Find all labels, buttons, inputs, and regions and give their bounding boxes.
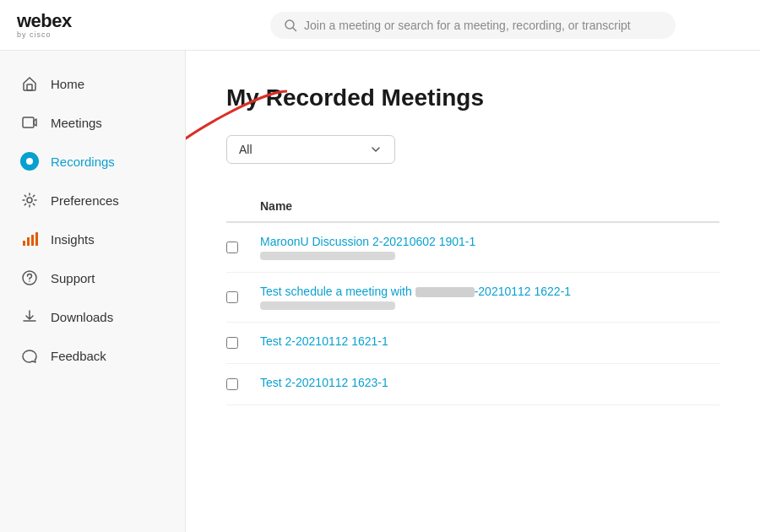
svg-rect-3 [23, 117, 34, 128]
table-row: Test 2-20210112 1623-1 [226, 364, 719, 405]
filter-selected: All [239, 143, 252, 156]
sidebar-item-meetings[interactable]: Meetings [0, 103, 185, 142]
sidebar-label-insights: Insights [51, 232, 95, 247]
row-title-3[interactable]: Test 2-20210112 1621-1 [260, 334, 719, 348]
row-subtitle-2 [260, 301, 395, 310]
sidebar-label-preferences: Preferences [51, 193, 119, 208]
row-checkbox-1[interactable] [226, 242, 260, 253]
sidebar-label-home: Home [51, 77, 84, 91]
search-input-wrap[interactable]: Join a meeting or search for a meeting, … [270, 12, 676, 39]
checkbox-1[interactable] [226, 242, 238, 253]
search-icon [284, 19, 297, 32]
row-info-2: Test schedule a meeting with -20210112 1… [260, 285, 719, 310]
preferences-icon [20, 191, 39, 209]
sidebar-item-recordings[interactable]: Recordings [0, 142, 185, 181]
svg-line-1 [293, 28, 296, 31]
page-title: My Recorded Meetings [226, 84, 719, 111]
svg-point-5 [27, 198, 32, 203]
sidebar-item-downloads[interactable]: Downloads [0, 297, 185, 336]
row-subtitle-1 [260, 252, 395, 260]
row-title-1[interactable]: MaroonU Discussion 2-20210602 1901-1 [260, 235, 719, 248]
sidebar-item-feedback[interactable]: Feedback [0, 336, 185, 375]
svg-rect-9 [35, 232, 38, 246]
row-info-3: Test 2-20210112 1621-1 [260, 334, 719, 351]
main-layout: Home Meetings Recordings [0, 51, 760, 532]
home-icon [20, 74, 39, 93]
table-row: MaroonU Discussion 2-20210602 1901-1 [226, 223, 719, 273]
search-placeholder: Join a meeting or search for a meeting, … [304, 19, 631, 32]
filter-dropdown[interactable]: All [226, 135, 395, 164]
row-title-4[interactable]: Test 2-20210112 1623-1 [260, 376, 719, 389]
table-header: Name [226, 191, 719, 223]
sidebar: Home Meetings Recordings [0, 51, 186, 532]
checkbox-4[interactable] [226, 378, 238, 390]
row-info-1: MaroonU Discussion 2-20210602 1901-1 [260, 235, 719, 260]
header-name: Name [260, 199, 292, 213]
row-checkbox-2[interactable] [226, 291, 260, 303]
topbar: webex by cisco Join a meeting or search … [0, 0, 760, 51]
logo-cisco: by cisco [17, 31, 72, 39]
checkbox-3[interactable] [226, 337, 238, 349]
row-info-4: Test 2-20210112 1623-1 [260, 376, 719, 393]
feedback-icon [20, 346, 39, 365]
sidebar-item-preferences[interactable]: Preferences [0, 181, 185, 220]
checkbox-2[interactable] [226, 291, 238, 303]
chevron-down-icon [369, 143, 383, 156]
downloads-icon [20, 307, 39, 326]
insights-icon [20, 230, 39, 248]
row-checkbox-4[interactable] [226, 378, 260, 390]
logo-area: webex by cisco [17, 12, 203, 39]
svg-rect-2 [27, 84, 32, 90]
svg-point-11 [29, 280, 30, 282]
meetings-icon [20, 113, 39, 132]
svg-point-4 [26, 158, 33, 165]
sidebar-label-downloads: Downloads [51, 310, 113, 324]
svg-rect-7 [27, 237, 30, 246]
search-bar: Join a meeting or search for a meeting, … [203, 12, 743, 39]
sidebar-label-meetings: Meetings [51, 116, 102, 130]
sidebar-item-support[interactable]: Support [0, 258, 185, 297]
svg-rect-6 [23, 241, 25, 246]
logo: webex by cisco [17, 12, 72, 39]
sidebar-item-home[interactable]: Home [0, 64, 185, 103]
row-checkbox-3[interactable] [226, 337, 260, 349]
table-row: Test schedule a meeting with -20210112 1… [226, 273, 719, 323]
logo-webex: webex [17, 12, 72, 30]
row-title-2[interactable]: Test schedule a meeting with -20210112 1… [260, 285, 719, 298]
sidebar-label-feedback: Feedback [51, 349, 106, 363]
sidebar-label-support: Support [51, 271, 95, 285]
support-icon [20, 269, 39, 287]
table-row: Test 2-20210112 1621-1 [226, 323, 719, 364]
sidebar-item-insights[interactable]: Insights [0, 220, 185, 258]
svg-rect-8 [31, 235, 34, 246]
recordings-icon [20, 152, 39, 171]
sidebar-label-recordings: Recordings [51, 155, 115, 169]
content-area: My Recorded Meetings All Name MaroonU Di… [186, 51, 760, 532]
